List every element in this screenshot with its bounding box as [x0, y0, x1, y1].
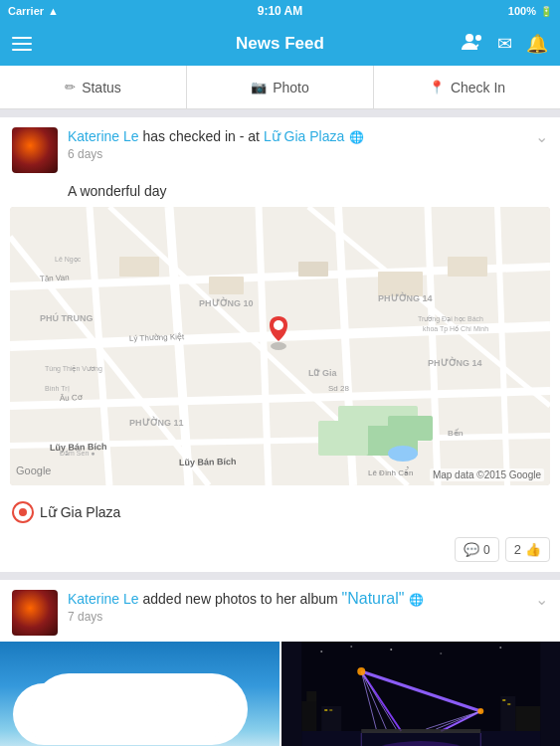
nav-bar-actions: ✉ 🔔: [462, 33, 548, 56]
svg-rect-72: [306, 691, 316, 701]
photo-tab-label: Photo: [273, 80, 309, 95]
svg-point-1: [475, 35, 481, 41]
svg-rect-76: [324, 709, 327, 711]
post-chevron-1[interactable]: ⌄: [535, 127, 548, 146]
location-circle-icon: [12, 501, 34, 523]
checkin-tab-label: Check In: [451, 80, 505, 95]
post-album-name[interactable]: "Natural": [342, 590, 405, 607]
battery-icon: 🔋: [540, 6, 552, 17]
svg-rect-25: [448, 257, 487, 277]
tab-status[interactable]: ✏ Status: [0, 66, 187, 108]
nav-bar: News Feed ✉ 🔔: [0, 22, 560, 66]
svg-rect-79: [507, 703, 510, 705]
time-label: 9:10 AM: [258, 4, 303, 18]
photo-sky[interactable]: [0, 642, 280, 746]
post-time-2: 7 days: [68, 610, 535, 624]
svg-point-52: [390, 649, 392, 651]
status-tab-icon: ✏: [65, 80, 76, 94]
globe-icon-2: 🌐: [409, 593, 424, 607]
svg-point-54: [499, 647, 501, 649]
svg-text:khoa Tp Hồ Chí Minh: khoa Tp Hồ Chí Minh: [423, 325, 488, 333]
svg-text:Lê Ngọc: Lê Ngọc: [55, 256, 82, 264]
svg-text:Âu Cơ: Âu Cơ: [60, 393, 83, 403]
photo-tab-icon: 📷: [251, 80, 267, 94]
svg-text:Tân Van: Tân Van: [40, 273, 70, 283]
google-logo: Google: [16, 464, 60, 481]
post-action-2: added new photos to her album: [139, 591, 342, 607]
map-svg: Tân Van Lý Thường Kiệt Âu Cơ Lũy Bán Bíc…: [10, 207, 550, 485]
svg-point-67: [477, 708, 483, 714]
svg-text:Bến: Bến: [448, 428, 464, 438]
svg-text:PHƯỜNG 14: PHƯỜNG 14: [428, 356, 482, 368]
like-button-1[interactable]: 2 👍: [505, 537, 550, 562]
post-author-2[interactable]: Katerine Le: [68, 591, 139, 607]
post-meta-2: Katerine Le added new photos to her albu…: [68, 590, 535, 624]
svg-rect-77: [329, 709, 332, 711]
svg-rect-71: [301, 701, 316, 731]
location-tag-name: Lữ Gia Plaza: [40, 504, 120, 520]
svg-text:Lũy Bán Bích: Lũy Bán Bích: [179, 457, 237, 467]
globe-icon-1: 🌐: [349, 130, 364, 144]
svg-rect-23: [298, 262, 328, 277]
comment-button-1[interactable]: 💬 0: [455, 537, 499, 562]
avatar-2: [12, 590, 58, 636]
post-header-1: Katerine Le has checked in - at Lữ Gia P…: [0, 117, 560, 179]
svg-rect-22: [209, 277, 244, 294]
svg-point-66: [357, 667, 365, 675]
svg-rect-75: [515, 706, 540, 731]
post-description-2: Katerine Le added new photos to her albu…: [68, 590, 535, 608]
wifi-icon: ▲: [48, 5, 59, 17]
post-text-1: A wonderful day: [0, 179, 560, 207]
comment-icon: 💬: [464, 542, 479, 557]
svg-point-53: [440, 653, 442, 654]
post-card-2: Katerine Le added new photos to her albu…: [0, 580, 560, 746]
messages-icon[interactable]: ✉: [497, 33, 512, 55]
status-bar: Carrier ▲ 9:10 AM 100% 🔋: [0, 0, 560, 22]
like-count-1: 2: [514, 542, 521, 557]
status-bar-right: 100% 🔋: [508, 5, 552, 17]
post-chevron-2[interactable]: ⌄: [535, 590, 548, 609]
post-location-1[interactable]: Lữ Gia Plaza: [264, 128, 344, 144]
photo-city[interactable]: [281, 642, 561, 746]
post-meta-1: Katerine Le has checked in - at Lữ Gia P…: [68, 127, 535, 161]
nav-bar-title: News Feed: [236, 34, 324, 54]
friends-icon[interactable]: [462, 33, 483, 56]
post-author-1[interactable]: Katerine Le: [68, 128, 139, 144]
svg-rect-21: [119, 257, 159, 277]
svg-text:PHƯỜNG 10: PHƯỜNG 10: [199, 296, 254, 308]
svg-point-0: [466, 34, 473, 42]
location-tag-1: Lữ Gia Plaza: [0, 493, 560, 533]
status-tab-label: Status: [82, 80, 121, 95]
post-header-2: Katerine Le added new photos to her albu…: [0, 580, 560, 642]
post-description-1: Katerine Le has checked in - at Lữ Gia P…: [68, 127, 535, 145]
svg-text:PHƯỜNG 14: PHƯỜNG 14: [378, 291, 433, 303]
menu-button[interactable]: [12, 37, 32, 51]
svg-rect-65: [361, 729, 480, 733]
svg-rect-18: [318, 421, 368, 456]
svg-point-50: [320, 651, 322, 653]
notifications-icon[interactable]: 🔔: [526, 33, 548, 55]
carrier-label: Carrier: [8, 5, 44, 17]
svg-point-51: [350, 646, 352, 648]
post-action-1: has checked in - at: [139, 128, 264, 144]
battery-label: 100%: [508, 5, 536, 17]
checkin-tab-icon: 📍: [429, 80, 445, 94]
svg-rect-74: [500, 696, 515, 731]
svg-text:Lữ Gia: Lữ Gia: [308, 368, 337, 378]
svg-point-46: [271, 342, 286, 350]
svg-text:Bình Trị: Bình Trị: [45, 385, 70, 393]
post-time-1: 6 days: [68, 147, 535, 161]
tab-checkin[interactable]: 📍 Check In: [374, 66, 560, 108]
post-card-1: Katerine Le has checked in - at Lữ Gia P…: [0, 117, 560, 572]
svg-text:PHÚ TRUNG: PHÚ TRUNG: [40, 312, 93, 323]
svg-text:Sd 28: Sd 28: [328, 384, 349, 393]
tab-photo[interactable]: 📷 Photo: [187, 66, 374, 108]
svg-text:Trường Đại học Bách: Trường Đại học Bách: [418, 315, 483, 323]
status-bar-left: Carrier ▲: [8, 5, 59, 17]
svg-text:Google: Google: [16, 465, 51, 476]
svg-text:Tùng Thiện Vương: Tùng Thiện Vương: [45, 365, 102, 373]
post-actions-1: 💬 0 2 👍: [0, 533, 560, 572]
avatar-1: [12, 127, 58, 173]
svg-rect-78: [502, 699, 505, 701]
svg-text:Đầm Sen ●: Đầm Sen ●: [60, 450, 94, 457]
